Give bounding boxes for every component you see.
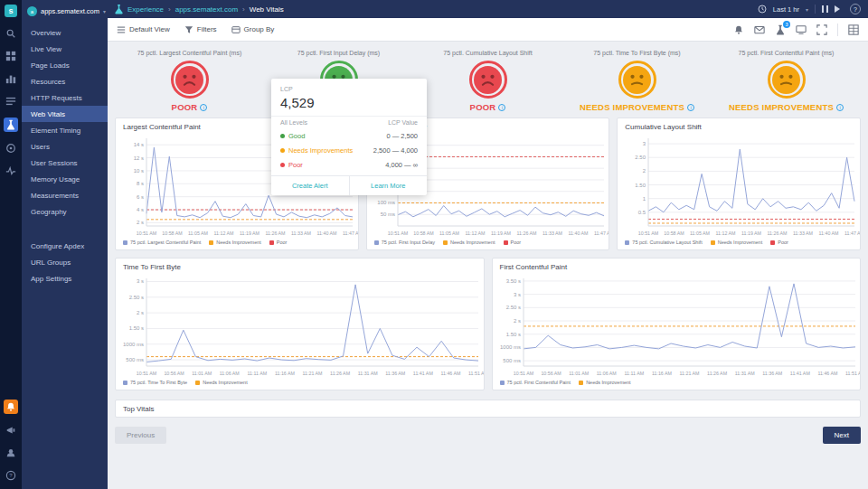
filters-button[interactable]: Filters (184, 25, 217, 34)
divider (837, 24, 838, 36)
fcp-chart[interactable]: 500 ms1000 ms1.50 s2 s2.50 s3 s3.50 s10:… (493, 273, 861, 378)
svg-text:11:11 AM: 11:11 AM (624, 371, 644, 376)
sidebar-item-overview[interactable]: Overview (22, 24, 108, 41)
kpi-status: NEEDS IMPROVEMENTSi (712, 102, 861, 112)
sidebar-item-users[interactable]: Users (22, 138, 108, 155)
chart-title: Cumulative Layout Shift (618, 118, 860, 133)
sidebar-item-element-timing[interactable]: Element Timing (22, 122, 108, 138)
fcp-gauge[interactable] (768, 61, 806, 99)
ttfb-gauge[interactable] (618, 61, 656, 99)
bell-icon (733, 24, 744, 35)
filters-label: Filters (197, 25, 217, 33)
svg-text:14 s: 14 s (134, 142, 144, 147)
play-icon[interactable] (835, 5, 840, 13)
sidebar-item-http-requests[interactable]: HTTP Requests (22, 89, 108, 106)
cls-gauge[interactable] (469, 61, 507, 99)
sidebar-item-user-sessions[interactable]: User Sessions (22, 155, 108, 171)
info-icon[interactable]: i (687, 104, 694, 111)
info-icon[interactable]: i (836, 104, 844, 111)
sidebar-item-configure-apdex[interactable]: Configure Apdex (22, 238, 108, 254)
sidebar-item-resources[interactable]: Resources (22, 73, 108, 89)
lcp-gauge[interactable] (171, 61, 209, 99)
svg-text:1000 ms: 1000 ms (499, 344, 520, 350)
divider (815, 5, 816, 14)
ttfb-chart[interactable]: 500 ms1000 ms1.50 s2 s2.50 s3 s10:51 AM1… (116, 273, 484, 378)
legend-item: Poor (269, 240, 288, 245)
needs-improvements-dot (280, 148, 285, 153)
legend-item: Needs Improvement (209, 240, 261, 245)
next-button[interactable]: Next (823, 427, 861, 444)
sidebar-nav: Overview Live View Page Loads Resources … (22, 24, 108, 287)
sidebar-item-web-vitals[interactable]: Web Vitals (22, 106, 108, 122)
pulse-icon[interactable] (5, 165, 17, 177)
notification-badge: 3 (783, 21, 790, 28)
experience-icon[interactable] (4, 118, 18, 132)
tooltip-metric: LCP (280, 86, 418, 92)
svg-text:11:19 AM: 11:19 AM (240, 230, 259, 236)
legend-item: 75 pctl. First Contentful Paint (500, 380, 571, 385)
kpi-title: 75 pctl. Cumulative Layout Shift (413, 50, 562, 56)
legend-item: Needs Improvement (711, 240, 763, 245)
kpi-lcp: 75 pctl. Largest Contentful Paint (ms) P… (115, 50, 264, 112)
announcements-icon[interactable] (5, 424, 17, 437)
sidebar-item-geography[interactable]: Geography (22, 203, 108, 220)
help-icon[interactable]: ? (850, 4, 861, 14)
breadcrumb-app[interactable]: Experience (127, 5, 164, 14)
sidebar-item-app-settings[interactable]: App Settings (22, 270, 108, 287)
svg-text:11:21 AM: 11:21 AM (679, 371, 699, 376)
account-switcher[interactable]: a apps.sematext.com ▾ (22, 0, 108, 24)
experiments-button[interactable]: 3 (775, 24, 786, 35)
group-by-button[interactable]: Group By (231, 25, 275, 34)
info-icon[interactable]: i (498, 104, 505, 111)
user-icon[interactable] (5, 447, 17, 459)
apps-grid-icon[interactable] (5, 50, 17, 62)
monitor-icon (796, 24, 807, 35)
sidebar-item-page-loads[interactable]: Page Loads (22, 57, 108, 73)
svg-text:50 ms: 50 ms (380, 212, 394, 217)
view-toolbar: Default View Filters Group By 3 (108, 18, 868, 42)
default-view-label: Default View (129, 25, 170, 33)
envelope-icon (754, 24, 765, 35)
email-reports-button[interactable] (754, 24, 765, 35)
kpi-title: 75 pctl. First Input Delay (ms) (264, 50, 413, 56)
svg-text:11:31 AM: 11:31 AM (358, 371, 378, 376)
logs-icon[interactable] (5, 95, 17, 108)
breadcrumb-account[interactable]: apps.sematext.com (175, 5, 238, 14)
svg-text:11:19 AM: 11:19 AM (741, 230, 761, 236)
kpi-row: 75 pctl. Largest Contentful Paint (ms) P… (115, 46, 861, 114)
search-icon[interactable] (5, 27, 17, 40)
chart-title: Time To First Byte (116, 259, 484, 273)
tooltip-row-label: Good (288, 132, 305, 140)
alerts-icon[interactable] (4, 400, 18, 414)
alerts-bell-button[interactable] (733, 24, 744, 35)
svg-text:11:40 AM: 11:40 AM (568, 230, 588, 236)
cls-chart[interactable]: 0.511.5022.50310:51 AM10:58 AM11:05 AM11… (618, 133, 860, 238)
synthetics-icon[interactable] (5, 142, 17, 155)
time-range-selector[interactable]: Last 1 hr (773, 5, 799, 14)
learn-more-link[interactable]: Learn More (350, 176, 428, 195)
sidebar-item-url-groups[interactable]: URL Groups (22, 254, 108, 270)
create-alert-link[interactable]: Create Alert (271, 176, 350, 195)
sidebar-item-live-view[interactable]: Live View (22, 41, 108, 57)
help-rail-icon[interactable]: ? (5, 469, 17, 482)
pause-icon[interactable] (822, 5, 828, 13)
default-view-button[interactable]: Default View (117, 25, 170, 34)
sematext-logo[interactable]: s (5, 5, 17, 17)
sidebar-item-memory-usage[interactable]: Memory Usage (22, 171, 108, 187)
info-icon[interactable]: i (200, 104, 207, 111)
svg-text:10:58 AM: 10:58 AM (665, 230, 684, 236)
svg-text:11:33 AM: 11:33 AM (542, 230, 562, 236)
svg-text:11:31 AM: 11:31 AM (734, 371, 754, 376)
sidebar-item-measurements[interactable]: Measurements (22, 187, 108, 203)
svg-text:0.5: 0.5 (638, 210, 646, 215)
metrics-icon[interactable] (5, 72, 17, 85)
fullscreen-button[interactable] (816, 24, 827, 35)
svg-text:10:51 AM: 10:51 AM (513, 371, 533, 376)
top-header: Experience › apps.sematext.com › Web Vit… (108, 0, 868, 18)
previous-button[interactable]: Previous (115, 427, 166, 444)
monitor-button[interactable] (796, 24, 807, 35)
svg-text:10:58 AM: 10:58 AM (413, 230, 433, 236)
svg-text:11:16 AM: 11:16 AM (275, 371, 295, 376)
svg-text:11:47 AM: 11:47 AM (343, 230, 358, 236)
layout-grid-button[interactable] (848, 24, 859, 35)
